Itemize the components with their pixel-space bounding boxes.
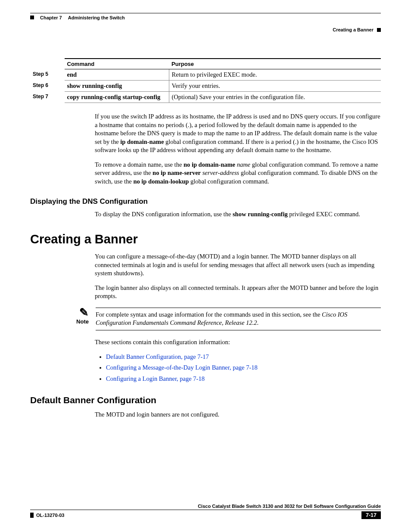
- step-label: Step 7: [30, 92, 65, 103]
- text-bold: show running-config: [233, 211, 288, 218]
- text-bold: no ip name-server: [153, 169, 201, 176]
- list-item: Configuring a Message-of-the-Day Login B…: [106, 364, 381, 372]
- page-number: 7-17: [361, 511, 381, 519]
- paragraph: If you use the switch IP address as its …: [95, 112, 381, 186]
- text: global configuration command.: [189, 178, 269, 185]
- text: .: [257, 319, 258, 326]
- note-pen-icon: ✎: [68, 308, 89, 317]
- heading-default-banner: Default Banner Configuration: [30, 395, 381, 405]
- link-list: Default Banner Configuration, page 7-17 …: [95, 353, 381, 383]
- chapter-label: Chapter 7: [40, 15, 62, 20]
- paragraph: The MOTD and login banners are not confi…: [95, 411, 381, 419]
- text: For complete syntax and usage informatio…: [96, 311, 322, 318]
- command-cell: show running-config: [65, 81, 169, 92]
- table-header-purpose: Purpose: [169, 59, 381, 69]
- link-login-banner[interactable]: Configuring a Login Banner, page 7-18: [106, 375, 205, 382]
- paragraph: To display the DNS configuration informa…: [95, 210, 381, 219]
- links-intro: These sections contain this configuratio…: [95, 338, 381, 347]
- text: To display the DNS configuration informa…: [95, 211, 233, 218]
- text-bold: no ip domain-lookup: [133, 178, 189, 185]
- table-row: Step 7 copy running-config startup-confi…: [30, 92, 381, 103]
- text: The login banner also displays on all co…: [95, 284, 381, 301]
- page-footer: Cisco Catalyst Blade Switch 3130 and 303…: [30, 504, 381, 519]
- header-square-icon: [30, 16, 34, 19]
- table-row: Step 5 end Return to privileged EXEC mod…: [30, 69, 381, 81]
- chapter-title: Administering the Switch: [68, 15, 125, 20]
- text-bold: ip domain-name: [120, 138, 164, 145]
- text: To remove a domain name, use the: [95, 161, 184, 168]
- heading-creating-banner: Creating a Banner: [30, 232, 381, 246]
- header-section-title: Creating a Banner: [333, 27, 374, 32]
- step-label: Step 5: [30, 69, 65, 81]
- table-header-command: Command: [65, 59, 169, 69]
- link-motd-banner[interactable]: Configuring a Message-of-the-Day Login B…: [106, 364, 258, 371]
- table-row: Step 6 show running-config Verify your e…: [30, 81, 381, 92]
- footer-guide-title: Cisco Catalyst Blade Switch 3130 and 303…: [30, 504, 381, 510]
- header-square-icon: [377, 28, 381, 32]
- text: privileged EXEC command.: [288, 211, 360, 218]
- command-cell: copy running-config startup-config: [65, 92, 169, 103]
- note-label: Note: [68, 318, 89, 325]
- command-table: Command Purpose Step 5 end Return to pri…: [30, 58, 381, 103]
- purpose-cell: Verify your entries.: [169, 81, 381, 92]
- text-bold: no ip domain-name: [184, 161, 235, 168]
- purpose-cell: (Optional) Save your entries in the conf…: [169, 92, 381, 103]
- list-item: Configuring a Login Banner, page 7-18: [106, 375, 381, 383]
- paragraph: You can configure a message-of-the-day (…: [95, 252, 381, 301]
- link-default-banner[interactable]: Default Banner Configuration, page 7-17: [106, 353, 209, 360]
- note-block: ✎ Note For complete syntax and usage inf…: [68, 308, 381, 330]
- footer-doc-id: OL-13270-03: [30, 513, 64, 518]
- text: The MOTD and login banners are not confi…: [95, 411, 381, 419]
- heading-dns-config: Displaying the DNS Configuration: [30, 197, 381, 206]
- command-cell: end: [65, 69, 169, 81]
- text: You can configure a message-of-the-day (…: [95, 252, 381, 278]
- text-italic: server-address: [202, 169, 239, 176]
- purpose-cell: Return to privileged EXEC mode.: [169, 69, 381, 81]
- step-label: Step 6: [30, 81, 65, 92]
- text-italic: name: [237, 161, 250, 168]
- list-item: Default Banner Configuration, page 7-17: [106, 353, 381, 361]
